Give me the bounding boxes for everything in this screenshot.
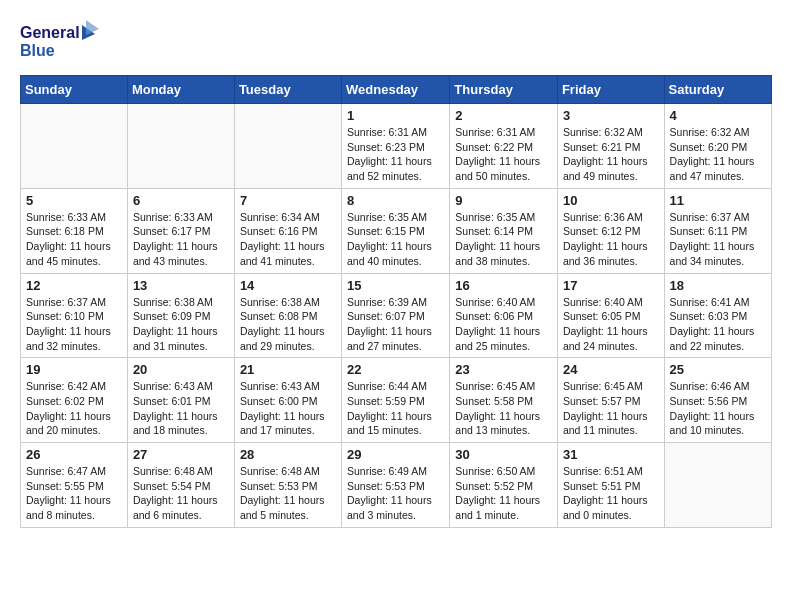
calendar-cell: 3Sunrise: 6:32 AM Sunset: 6:21 PM Daylig…: [557, 104, 664, 189]
weekday-header-thursday: Thursday: [450, 76, 558, 104]
day-number: 10: [563, 193, 659, 208]
day-number: 12: [26, 278, 122, 293]
week-row-4: 19Sunrise: 6:42 AM Sunset: 6:02 PM Dayli…: [21, 358, 772, 443]
calendar-cell: [234, 104, 341, 189]
day-info: Sunrise: 6:33 AM Sunset: 6:17 PM Dayligh…: [133, 210, 229, 269]
day-info: Sunrise: 6:44 AM Sunset: 5:59 PM Dayligh…: [347, 379, 444, 438]
day-number: 5: [26, 193, 122, 208]
calendar-cell: 30Sunrise: 6:50 AM Sunset: 5:52 PM Dayli…: [450, 443, 558, 528]
day-number: 20: [133, 362, 229, 377]
day-number: 18: [670, 278, 766, 293]
weekday-header-friday: Friday: [557, 76, 664, 104]
calendar-cell: 24Sunrise: 6:45 AM Sunset: 5:57 PM Dayli…: [557, 358, 664, 443]
calendar-cell: 28Sunrise: 6:48 AM Sunset: 5:53 PM Dayli…: [234, 443, 341, 528]
day-info: Sunrise: 6:41 AM Sunset: 6:03 PM Dayligh…: [670, 295, 766, 354]
day-number: 22: [347, 362, 444, 377]
day-number: 11: [670, 193, 766, 208]
calendar-cell: [127, 104, 234, 189]
calendar-cell: 25Sunrise: 6:46 AM Sunset: 5:56 PM Dayli…: [664, 358, 771, 443]
day-number: 24: [563, 362, 659, 377]
day-number: 23: [455, 362, 552, 377]
day-info: Sunrise: 6:47 AM Sunset: 5:55 PM Dayligh…: [26, 464, 122, 523]
calendar-cell: 2Sunrise: 6:31 AM Sunset: 6:22 PM Daylig…: [450, 104, 558, 189]
calendar-cell: 5Sunrise: 6:33 AM Sunset: 6:18 PM Daylig…: [21, 188, 128, 273]
calendar-cell: 14Sunrise: 6:38 AM Sunset: 6:08 PM Dayli…: [234, 273, 341, 358]
day-info: Sunrise: 6:32 AM Sunset: 6:20 PM Dayligh…: [670, 125, 766, 184]
day-number: 27: [133, 447, 229, 462]
day-info: Sunrise: 6:34 AM Sunset: 6:16 PM Dayligh…: [240, 210, 336, 269]
calendar-table: SundayMondayTuesdayWednesdayThursdayFrid…: [20, 75, 772, 528]
day-number: 16: [455, 278, 552, 293]
calendar-cell: 9Sunrise: 6:35 AM Sunset: 6:14 PM Daylig…: [450, 188, 558, 273]
day-info: Sunrise: 6:40 AM Sunset: 6:05 PM Dayligh…: [563, 295, 659, 354]
calendar-cell: 23Sunrise: 6:45 AM Sunset: 5:58 PM Dayli…: [450, 358, 558, 443]
day-info: Sunrise: 6:46 AM Sunset: 5:56 PM Dayligh…: [670, 379, 766, 438]
calendar-cell: 22Sunrise: 6:44 AM Sunset: 5:59 PM Dayli…: [342, 358, 450, 443]
day-info: Sunrise: 6:36 AM Sunset: 6:12 PM Dayligh…: [563, 210, 659, 269]
day-info: Sunrise: 6:38 AM Sunset: 6:09 PM Dayligh…: [133, 295, 229, 354]
calendar-cell: 15Sunrise: 6:39 AM Sunset: 6:07 PM Dayli…: [342, 273, 450, 358]
calendar-cell: [21, 104, 128, 189]
day-number: 14: [240, 278, 336, 293]
day-info: Sunrise: 6:48 AM Sunset: 5:54 PM Dayligh…: [133, 464, 229, 523]
week-row-2: 5Sunrise: 6:33 AM Sunset: 6:18 PM Daylig…: [21, 188, 772, 273]
calendar-cell: 12Sunrise: 6:37 AM Sunset: 6:10 PM Dayli…: [21, 273, 128, 358]
day-info: Sunrise: 6:31 AM Sunset: 6:23 PM Dayligh…: [347, 125, 444, 184]
calendar-cell: 11Sunrise: 6:37 AM Sunset: 6:11 PM Dayli…: [664, 188, 771, 273]
calendar-cell: 7Sunrise: 6:34 AM Sunset: 6:16 PM Daylig…: [234, 188, 341, 273]
day-number: 8: [347, 193, 444, 208]
day-info: Sunrise: 6:31 AM Sunset: 6:22 PM Dayligh…: [455, 125, 552, 184]
day-info: Sunrise: 6:39 AM Sunset: 6:07 PM Dayligh…: [347, 295, 444, 354]
day-number: 29: [347, 447, 444, 462]
logo: GeneralBlue: [20, 20, 100, 65]
calendar-cell: 19Sunrise: 6:42 AM Sunset: 6:02 PM Dayli…: [21, 358, 128, 443]
day-info: Sunrise: 6:51 AM Sunset: 5:51 PM Dayligh…: [563, 464, 659, 523]
week-row-3: 12Sunrise: 6:37 AM Sunset: 6:10 PM Dayli…: [21, 273, 772, 358]
calendar-cell: 20Sunrise: 6:43 AM Sunset: 6:01 PM Dayli…: [127, 358, 234, 443]
calendar-cell: 31Sunrise: 6:51 AM Sunset: 5:51 PM Dayli…: [557, 443, 664, 528]
svg-text:Blue: Blue: [20, 42, 55, 59]
calendar-cell: 29Sunrise: 6:49 AM Sunset: 5:53 PM Dayli…: [342, 443, 450, 528]
day-number: 9: [455, 193, 552, 208]
day-info: Sunrise: 6:37 AM Sunset: 6:10 PM Dayligh…: [26, 295, 122, 354]
day-info: Sunrise: 6:38 AM Sunset: 6:08 PM Dayligh…: [240, 295, 336, 354]
day-number: 13: [133, 278, 229, 293]
day-info: Sunrise: 6:45 AM Sunset: 5:57 PM Dayligh…: [563, 379, 659, 438]
day-number: 17: [563, 278, 659, 293]
day-number: 28: [240, 447, 336, 462]
day-number: 25: [670, 362, 766, 377]
day-number: 4: [670, 108, 766, 123]
calendar-cell: 27Sunrise: 6:48 AM Sunset: 5:54 PM Dayli…: [127, 443, 234, 528]
calendar-cell: 16Sunrise: 6:40 AM Sunset: 6:06 PM Dayli…: [450, 273, 558, 358]
weekday-header-sunday: Sunday: [21, 76, 128, 104]
weekday-header-row: SundayMondayTuesdayWednesdayThursdayFrid…: [21, 76, 772, 104]
week-row-5: 26Sunrise: 6:47 AM Sunset: 5:55 PM Dayli…: [21, 443, 772, 528]
day-number: 30: [455, 447, 552, 462]
day-info: Sunrise: 6:43 AM Sunset: 6:01 PM Dayligh…: [133, 379, 229, 438]
weekday-header-monday: Monday: [127, 76, 234, 104]
day-info: Sunrise: 6:50 AM Sunset: 5:52 PM Dayligh…: [455, 464, 552, 523]
day-info: Sunrise: 6:35 AM Sunset: 6:14 PM Dayligh…: [455, 210, 552, 269]
calendar-cell: 6Sunrise: 6:33 AM Sunset: 6:17 PM Daylig…: [127, 188, 234, 273]
day-info: Sunrise: 6:32 AM Sunset: 6:21 PM Dayligh…: [563, 125, 659, 184]
page-header: GeneralBlue: [20, 20, 772, 65]
day-number: 31: [563, 447, 659, 462]
day-number: 19: [26, 362, 122, 377]
day-number: 6: [133, 193, 229, 208]
week-row-1: 1Sunrise: 6:31 AM Sunset: 6:23 PM Daylig…: [21, 104, 772, 189]
calendar-cell: 17Sunrise: 6:40 AM Sunset: 6:05 PM Dayli…: [557, 273, 664, 358]
calendar-cell: 4Sunrise: 6:32 AM Sunset: 6:20 PM Daylig…: [664, 104, 771, 189]
day-info: Sunrise: 6:49 AM Sunset: 5:53 PM Dayligh…: [347, 464, 444, 523]
day-info: Sunrise: 6:35 AM Sunset: 6:15 PM Dayligh…: [347, 210, 444, 269]
calendar-cell: 21Sunrise: 6:43 AM Sunset: 6:00 PM Dayli…: [234, 358, 341, 443]
day-number: 7: [240, 193, 336, 208]
day-number: 1: [347, 108, 444, 123]
logo-svg: GeneralBlue: [20, 20, 100, 65]
day-number: 3: [563, 108, 659, 123]
day-number: 15: [347, 278, 444, 293]
day-info: Sunrise: 6:48 AM Sunset: 5:53 PM Dayligh…: [240, 464, 336, 523]
day-number: 21: [240, 362, 336, 377]
weekday-header-tuesday: Tuesday: [234, 76, 341, 104]
calendar-cell: [664, 443, 771, 528]
calendar-cell: 10Sunrise: 6:36 AM Sunset: 6:12 PM Dayli…: [557, 188, 664, 273]
